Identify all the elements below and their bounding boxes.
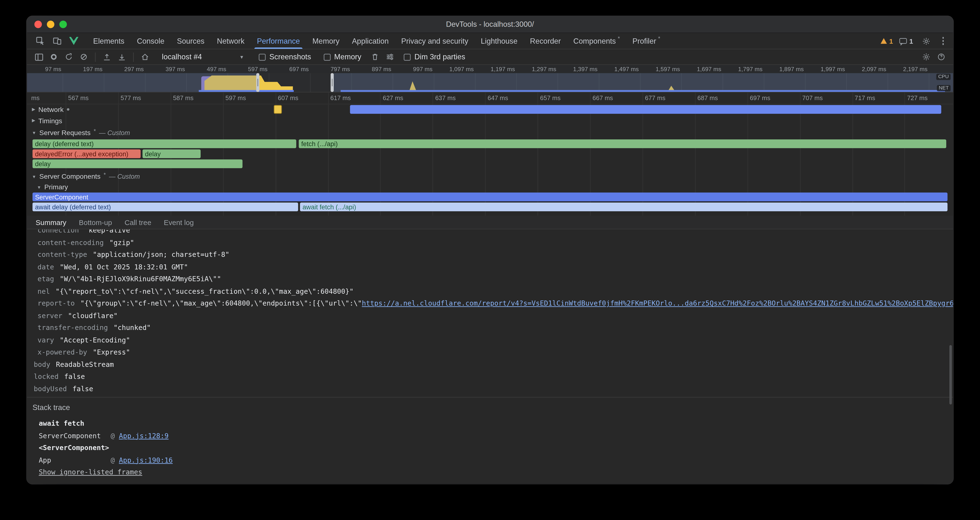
details-tab-summary[interactable]: Summary xyxy=(29,216,73,229)
timeline-overview[interactable]: 97 ms197 ms297 ms397 ms497 ms597 ms697 m… xyxy=(27,65,953,92)
tab-application[interactable]: Application xyxy=(346,33,395,49)
titlebar[interactable]: DevTools - localhost:3000/ xyxy=(27,16,953,33)
record-icon[interactable] xyxy=(47,51,60,63)
overview-tick-label: 497 ms xyxy=(189,65,226,73)
property-row-date: date"Wed, 01 Oct 2025 18:32:01 GMT" xyxy=(27,261,953,273)
help-icon[interactable] xyxy=(934,51,948,63)
extension-asterisk-icon: * xyxy=(94,128,96,134)
tab-recorder[interactable]: Recorder xyxy=(524,33,567,49)
flame-bar[interactable] xyxy=(274,105,282,114)
inspect-icon[interactable] xyxy=(33,35,47,47)
track-header-timings[interactable]: ▶ Timings xyxy=(32,116,62,125)
network-conditions-tune-icon[interactable] xyxy=(383,51,397,63)
tab-components[interactable]: Components* xyxy=(567,33,626,49)
property-row-vary: vary"Accept-Encoding" xyxy=(27,334,953,346)
issues-warning-icon[interactable]: 1 xyxy=(880,37,893,45)
overview-tick-label: 1,497 ms xyxy=(601,65,639,73)
tab-console[interactable]: Console xyxy=(131,33,171,49)
track-config-dot-icon[interactable] xyxy=(67,108,69,110)
history-dropdown-value: localhost #4 xyxy=(162,52,202,61)
screenshots-checkbox[interactable]: Screenshots xyxy=(259,52,311,61)
more-menu-icon[interactable] xyxy=(940,35,947,47)
flame-bar-servercomponent[interactable]: ServerComponent xyxy=(33,192,947,201)
flame-bar-delay[interactable]: delay xyxy=(143,149,200,158)
details-tab-bottom-up[interactable]: Bottom-up xyxy=(73,216,118,229)
property-row-x-powered-by: x-powered-by"Express" xyxy=(27,346,953,359)
ruler-gridline xyxy=(590,92,591,104)
at-symbol: @ xyxy=(111,456,119,464)
property-key: date xyxy=(38,263,54,271)
tab-elements[interactable]: Elements xyxy=(87,33,131,49)
dim-3rd-parties-checkbox[interactable]: Dim 3rd parties xyxy=(404,52,465,61)
property-value: false xyxy=(64,373,85,381)
history-dropdown[interactable]: localhost #4 ▾ xyxy=(158,51,247,63)
console-messages-icon[interactable]: 1 xyxy=(899,37,913,45)
property-row-transfer-encoding: transfer-encoding"chunked" xyxy=(27,322,953,334)
ruler-gridline xyxy=(747,92,748,104)
stack-frame-row: ServerComponent@ App.js:128:9 xyxy=(39,430,953,442)
response-properties: connection"keep-alive"content-encoding"g… xyxy=(27,229,953,395)
report-url-link[interactable]: https://a.nel.cloudflare.com/report/v4?s… xyxy=(362,299,953,307)
flame-bar-await-fetch-api-[interactable]: await fetch (.../api) xyxy=(300,203,947,211)
tab-label: Performance xyxy=(257,37,300,45)
minimize-button[interactable] xyxy=(47,21,54,28)
settings-gear-icon[interactable] xyxy=(920,35,933,47)
scrollbar-thumb[interactable] xyxy=(950,345,952,404)
overview-chart[interactable]: CPU NET xyxy=(27,73,953,92)
property-value: "chunked" xyxy=(114,324,151,332)
flame-chart[interactable]: ▶ Network ▶ Timings ▼ Server Requests * … xyxy=(27,105,953,216)
tab-network[interactable]: Network xyxy=(211,33,251,49)
stack-trace-title: Stack trace xyxy=(33,403,953,412)
tab-lighthouse[interactable]: Lighthouse xyxy=(474,33,524,49)
garbage-collect-icon[interactable] xyxy=(368,51,382,63)
flame-bar-delay[interactable]: delay xyxy=(33,159,243,168)
details-tab-call-tree[interactable]: Call tree xyxy=(118,216,158,229)
flame-bar-delay-deferred-text-[interactable]: delay (deferred text) xyxy=(33,139,296,148)
tab-profiler[interactable]: Profiler* xyxy=(626,33,667,49)
selection-handle-left[interactable] xyxy=(256,73,259,92)
property-key: server xyxy=(38,312,62,320)
flame-bar-await-delay-deferred-text-[interactable]: await delay (deferred text) xyxy=(33,203,298,211)
tab-sources[interactable]: Sources xyxy=(171,33,211,49)
toggle-sidebar-icon[interactable] xyxy=(32,51,46,63)
overview-tick-label: 2,097 ms xyxy=(849,65,886,73)
device-toolbar-icon[interactable] xyxy=(50,35,64,47)
track-label: Server Requests xyxy=(39,129,91,136)
details-tab-event-log[interactable]: Event log xyxy=(158,216,200,229)
live-metrics-home-icon[interactable] xyxy=(138,51,152,63)
track-header-primary[interactable]: ▼ Primary xyxy=(37,183,68,191)
track-header-server-components[interactable]: ▼ Server Components * — Custom xyxy=(32,172,140,181)
clear-icon[interactable] xyxy=(77,51,91,63)
record-and-reload-icon[interactable] xyxy=(62,51,76,63)
screen: DevTools - localhost:3000/ xyxy=(0,0,980,520)
maximize-button[interactable] xyxy=(59,21,67,28)
ruler-tick-label: 597 ms xyxy=(226,94,246,101)
checkbox-box xyxy=(324,54,331,60)
selection-handle-right[interactable] xyxy=(331,73,334,92)
source-location-link[interactable]: App.js:128:9 xyxy=(119,432,169,440)
overview-tick-label: 1,197 ms xyxy=(477,65,515,73)
flame-bar[interactable] xyxy=(350,105,941,114)
tab-label: Network xyxy=(217,37,245,45)
overview-tick-label: 197 ms xyxy=(65,65,103,73)
extension-icon[interactable] xyxy=(67,35,81,47)
property-key: report-to xyxy=(38,299,75,307)
memory-checkbox[interactable]: Memory xyxy=(324,52,361,61)
tab-memory[interactable]: Memory xyxy=(306,33,346,49)
property-key: transfer-encoding xyxy=(38,324,108,332)
save-profile-icon[interactable] xyxy=(115,51,129,63)
capture-settings-gear-icon[interactable] xyxy=(920,51,933,63)
tab-performance[interactable]: Performance xyxy=(251,33,306,49)
source-location-link[interactable]: App.js:190:16 xyxy=(119,456,173,464)
close-button[interactable] xyxy=(35,21,42,28)
track-label: Network xyxy=(38,106,64,113)
track-row-timings: ▶ Timings xyxy=(27,116,953,126)
show-ignore-listed-link[interactable]: Show ignore-listed frames xyxy=(39,466,142,479)
tab-privacy-and-security[interactable]: Privacy and security xyxy=(395,33,474,49)
load-profile-icon[interactable] xyxy=(100,51,114,63)
flame-bar-fetch-api-[interactable]: fetch (.../api) xyxy=(299,139,946,148)
flame-bar-delayederror-ayed-exception-[interactable]: delayedError (...ayed exception) xyxy=(33,149,141,158)
track-header-network[interactable]: ▶ Network xyxy=(32,105,69,114)
track-header-server-requests[interactable]: ▼ Server Requests * — Custom xyxy=(32,128,130,137)
property-row-connection: connection"keep-alive" xyxy=(27,229,953,237)
